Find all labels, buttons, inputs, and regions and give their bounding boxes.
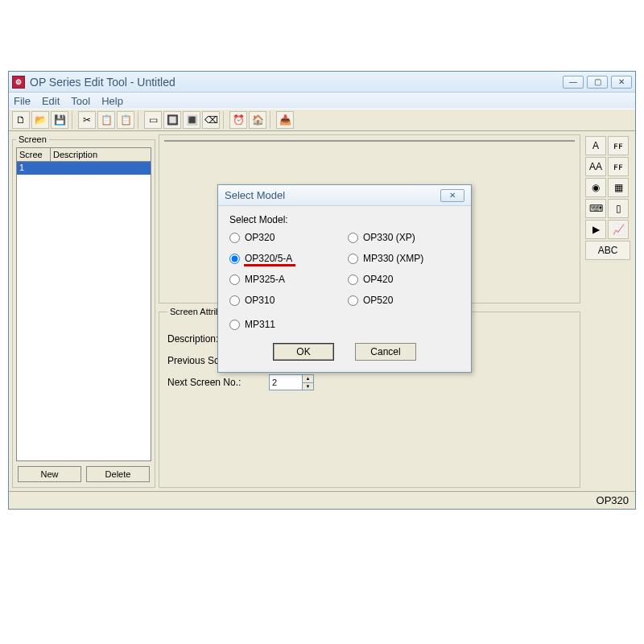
highlight-underline-icon xyxy=(244,264,295,266)
radio-label: MP325-A xyxy=(245,274,285,285)
radio-op320[interactable]: OP320 xyxy=(229,232,341,243)
menu-help[interactable]: Help xyxy=(101,95,123,107)
toolbar-separator xyxy=(223,111,226,129)
statusbar: OP320 xyxy=(9,491,635,509)
next-screen-input[interactable] xyxy=(270,375,302,390)
toolbar-separator xyxy=(138,111,141,129)
cut-icon[interactable]: ✂ xyxy=(78,111,96,129)
radio-label: OP310 xyxy=(245,295,275,306)
font2-tool-icon[interactable]: ꜰꜰ xyxy=(608,157,629,176)
radio-op330xp[interactable]: OP330 (XP) xyxy=(348,232,460,243)
minimize-button[interactable]: — xyxy=(563,76,584,89)
cancel-button[interactable]: Cancel xyxy=(355,343,416,361)
toolbar-separator xyxy=(72,111,75,129)
new-file-icon[interactable]: 🗋 xyxy=(12,111,30,129)
list-item-desc xyxy=(51,162,151,175)
trend-tool-icon[interactable]: 📈 xyxy=(608,220,629,239)
radio-label: OP520 xyxy=(363,295,393,306)
text-tool-icon[interactable]: A xyxy=(585,136,606,155)
radio-input-op330xp[interactable] xyxy=(348,233,358,243)
home-icon[interactable]: 🏠 xyxy=(249,111,266,129)
list-item[interactable]: 1 xyxy=(17,162,151,175)
window-title: OP Series Edit Tool - Untitled xyxy=(30,76,563,89)
list-item-id: 1 xyxy=(17,162,51,175)
new-screen-button[interactable]: New xyxy=(18,466,81,482)
radio-input-op3205a[interactable] xyxy=(229,254,240,264)
radio-op520[interactable]: OP520 xyxy=(348,295,460,306)
radio-label: OP320 xyxy=(245,232,275,243)
radio-label: OP320/5-A xyxy=(245,253,292,264)
radio-mp311[interactable]: MP311 xyxy=(229,319,460,330)
next-screen-spinner[interactable]: ▲ ▼ xyxy=(269,374,314,390)
dialog-title: Select Model xyxy=(225,189,285,201)
menu-file[interactable]: File xyxy=(14,95,31,107)
dialog-titlebar[interactable]: Select Model ✕ xyxy=(218,185,471,206)
model-radio-group: OP320 OP330 (XP) OP320/5-A MP330 (XMP) xyxy=(229,232,460,306)
select-model-dialog: Select Model ✕ Select Model: OP320 OP330… xyxy=(217,184,472,373)
dialog-close-button[interactable]: ✕ xyxy=(440,189,464,202)
grid-tool-icon[interactable]: ▦ xyxy=(608,178,629,197)
screen-list-header: Scree Description xyxy=(16,147,151,162)
radio-label: MP330 (XMP) xyxy=(363,253,423,264)
radio-input-mp330xmp[interactable] xyxy=(348,254,358,264)
radio-label: OP420 xyxy=(363,274,393,285)
radio-input-mp325a[interactable] xyxy=(229,275,240,285)
text2-tool-icon[interactable]: AA xyxy=(585,157,606,176)
screen-icon[interactable]: ▭ xyxy=(144,111,162,129)
status-model: OP320 xyxy=(597,494,629,506)
delete-screen-button[interactable]: Delete xyxy=(86,466,150,482)
radio-input-op320[interactable] xyxy=(229,233,240,243)
save-file-icon[interactable]: 💾 xyxy=(51,111,68,129)
radio-label: MP311 xyxy=(245,319,275,330)
radio-op3205a[interactable]: OP320/5-A xyxy=(229,253,341,264)
keypad-tool-icon[interactable]: ⌨ xyxy=(585,199,606,218)
radio-op420[interactable]: OP420 xyxy=(348,274,460,285)
toolbar: 🗋 📂 💾 ✂ 📋 📋 ▭ 🔲 🔳 ⌫ ⏰ 🏠 📥 xyxy=(9,109,635,131)
side-toolbox: A ꜰꜰ AA ꜰꜰ ◉ ▦ ⌨ ▯ ▶ 📈 ABC xyxy=(584,134,632,488)
play-tool-icon[interactable]: ▶ xyxy=(585,220,606,239)
radio-mp325a[interactable]: MP325-A xyxy=(229,274,341,285)
radio-input-mp311[interactable] xyxy=(229,320,240,330)
titlebar[interactable]: ⚙ OP Series Edit Tool - Untitled — ▢ ✕ xyxy=(9,72,635,93)
radio-input-op310[interactable] xyxy=(229,295,240,306)
open-file-icon[interactable]: 📂 xyxy=(31,111,49,129)
main-window: ⚙ OP Series Edit Tool - Untitled — ▢ ✕ F… xyxy=(8,71,636,510)
close-button[interactable]: ✕ xyxy=(611,76,632,89)
abc-tool-icon[interactable]: ABC xyxy=(585,241,630,260)
delete-screen-icon[interactable]: ⌫ xyxy=(202,111,220,129)
alarm-icon[interactable]: ⏰ xyxy=(229,111,247,129)
copy-icon[interactable]: 📋 xyxy=(97,111,115,129)
radio-op310[interactable]: OP310 xyxy=(229,295,341,306)
menubar: File Edit Tool Help xyxy=(9,93,635,109)
spin-down-icon[interactable]: ▼ xyxy=(302,382,313,390)
bar-tool-icon[interactable]: ▯ xyxy=(608,199,629,218)
lamp-tool-icon[interactable]: ◉ xyxy=(585,178,606,197)
menu-tool[interactable]: Tool xyxy=(71,95,90,107)
toolbar-separator xyxy=(270,111,273,129)
screen3-icon[interactable]: 🔳 xyxy=(183,111,200,129)
maximize-button[interactable]: ▢ xyxy=(587,76,608,89)
font-tool-icon[interactable]: ꜰꜰ xyxy=(608,136,629,155)
col-description[interactable]: Description xyxy=(51,148,151,161)
design-canvas[interactable] xyxy=(164,140,575,142)
dialog-heading: Select Model: xyxy=(229,214,460,225)
radio-mp330xmp[interactable]: MP330 (XMP) xyxy=(348,253,460,264)
radio-label: OP330 (XP) xyxy=(363,232,415,243)
paste-icon[interactable]: 📋 xyxy=(117,111,134,129)
screen2-icon[interactable]: 🔲 xyxy=(163,111,181,129)
radio-input-op520[interactable] xyxy=(348,295,358,306)
app-icon: ⚙ xyxy=(12,76,25,89)
client-area: Screen Scree Description 1 New Delete xyxy=(9,131,635,491)
spin-up-icon[interactable]: ▲ xyxy=(302,375,313,382)
screen-panel: Screen Scree Description 1 New Delete xyxy=(12,134,155,488)
ok-button[interactable]: OK xyxy=(273,343,334,361)
download-icon[interactable]: 📥 xyxy=(276,111,294,129)
radio-input-op420[interactable] xyxy=(348,275,358,285)
screen-panel-legend: Screen xyxy=(16,134,49,144)
next-screen-label: Next Screen No.: xyxy=(167,377,264,388)
col-screen[interactable]: Scree xyxy=(17,148,51,161)
menu-edit[interactable]: Edit xyxy=(42,95,60,107)
screen-list[interactable]: 1 xyxy=(16,162,151,461)
